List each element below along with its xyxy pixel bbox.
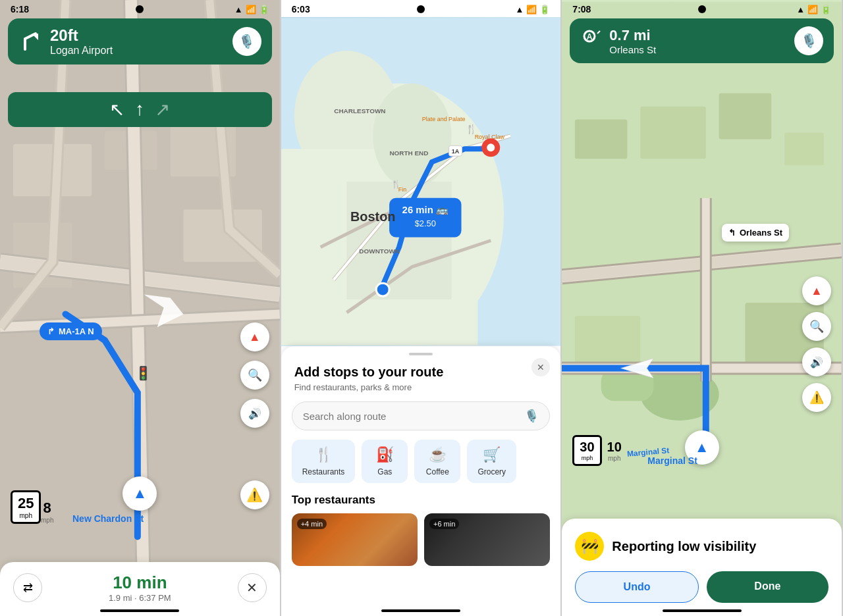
chip-grocery[interactable]: 🛒 Grocery [467, 440, 516, 483]
status-bar-3: 7:08 ▲ 📶 🔋 [562, 0, 842, 17]
restaurants-icon: 🍴 [315, 446, 333, 463]
route-badge-1: ↱ MA-1A N [40, 322, 102, 340]
speed-value-1: 8 [43, 500, 51, 517]
sheet-handle [409, 353, 433, 355]
search-button-map-1[interactable]: 🔍 [240, 361, 269, 390]
street-callout: ↰ Orleans St [722, 224, 789, 242]
svg-text:1A: 1A [452, 148, 460, 155]
mic-button-3[interactable]: 🎙️ [794, 26, 823, 55]
speed-value-3: 10 [607, 440, 622, 455]
cancel-navigation-button[interactable]: ✕ [238, 573, 267, 602]
nav-header-3: A 0.7 mi Orleans St 🎙️ [570, 18, 834, 63]
lane-arrow-left: ↖ [109, 99, 124, 120]
sheet-subtitle: Find restaurants, parks & more [281, 380, 561, 401]
chip-restaurants[interactable]: 🍴 Restaurants [292, 440, 356, 483]
sound-button-1[interactable]: 🔊 [240, 399, 269, 428]
search-button-3[interactable]: 🔍 [802, 312, 831, 341]
speed-limit-number-3: 30 [580, 440, 594, 455]
svg-rect-35 [784, 132, 824, 165]
lane-arrow-straight: ↑ [135, 99, 144, 120]
alert-button-3[interactable]: ⚠️ [802, 383, 831, 412]
nav-left-1: 20ft Logan Airport [18, 26, 113, 57]
grocery-icon: 🛒 [483, 446, 501, 463]
nav-street-3: Orleans St [609, 44, 656, 55]
signal-icon-1: ▲ [234, 5, 243, 14]
done-button[interactable]: Done [707, 571, 829, 603]
svg-point-14 [376, 283, 389, 296]
chip-label-coffee: Coffee [426, 467, 449, 476]
battery-icon-2: 🔋 [539, 5, 550, 14]
turn-arrow-icon-1 [18, 30, 42, 53]
sheet-title: Add stops to your route [281, 365, 561, 380]
camera-dot-2 [417, 5, 425, 13]
home-indicator-3 [663, 609, 742, 612]
bottom-sheet-2: ✕ Add stops to your route Find restauran… [281, 346, 561, 616]
svg-text:Plate and Palate: Plate and Palate [422, 116, 466, 123]
status-icons-2: ▲ 📶 🔋 [515, 5, 550, 14]
report-text: Reporting low visibility [612, 539, 756, 554]
speed-limit-number-1: 25 [18, 495, 34, 512]
eta-time: 10 min [109, 573, 171, 593]
svg-text:CHARLESTOWN: CHARLESTOWN [334, 107, 385, 115]
lane-guidance-1: ↖ ↑ ↗ [8, 92, 272, 127]
location-arrow-1[interactable]: ▲ [122, 476, 157, 511]
camera-dot-3 [698, 5, 706, 13]
route-label: MA-1A N [59, 326, 94, 336]
svg-text:$2.50: $2.50 [414, 218, 435, 228]
compass-button-3[interactable]: ▲ [802, 276, 831, 305]
svg-rect-33 [641, 107, 706, 159]
battery-icon-1: 🔋 [259, 5, 269, 14]
home-indicator-1 [100, 609, 179, 612]
phone-3: Marginal St 7:08 ▲ 📶 🔋 A 0.7 mi Orleans … [562, 0, 843, 616]
svg-rect-34 [719, 93, 772, 140]
svg-text:Fin: Fin [398, 186, 406, 193]
alt-routes-button[interactable]: ⇄ [13, 573, 42, 602]
sound-button-3[interactable]: 🔊 [802, 347, 831, 376]
svg-point-16 [487, 143, 495, 151]
compass-button-1[interactable]: ▲ [240, 322, 269, 351]
svg-text:A: A [587, 32, 593, 41]
signal-icon-3: ▲ [796, 5, 805, 14]
speed-limit-unit-3: mph [582, 455, 593, 461]
side-buttons-3: ▲ 🔍 🔊 ⚠️ [802, 276, 831, 412]
speed-limit-sign-1: 25 mph [11, 490, 41, 524]
svg-text:NORTH END: NORTH END [389, 149, 428, 157]
svg-text:DOWNTOWN: DOWNTOWN [359, 247, 400, 255]
svg-marker-7 [32, 34, 38, 40]
report-icon: 🚧 [575, 532, 604, 561]
wifi-icon-3: 📶 [807, 5, 818, 14]
chip-coffee[interactable]: ☕ Coffee [414, 440, 460, 483]
search-bar-sheet[interactable]: 🎙️ [292, 401, 551, 430]
search-along-route-input[interactable] [303, 411, 525, 422]
phone-1: 6:18 ▲ 📶 🔋 20ft Logan Airport 🎙️ ↖ ↑ [0, 0, 281, 616]
bottom-street-name-1: New Chardon St [72, 513, 144, 524]
svg-rect-36 [575, 316, 640, 369]
phone-2: 6:03 ▲ 📶 🔋 [281, 0, 562, 616]
time-badge-2: +6 min [429, 519, 459, 529]
chip-gas[interactable]: ⛽ Gas [362, 440, 408, 483]
nav-info-1: 20ft Logan Airport [50, 26, 113, 57]
boston-map-svg: 🍴 🍴 26 min 🚌 $2.50 CHARLESTOWN NORTH END… [281, 17, 561, 346]
search-mic-icon[interactable]: 🎙️ [524, 409, 539, 423]
time-2: 6:03 [292, 4, 310, 14]
restaurant-card-2[interactable]: +6 min [424, 513, 550, 566]
time-1: 6:18 [11, 4, 29, 14]
battery-icon-3: 🔋 [821, 5, 831, 14]
destination-icon: A [580, 28, 601, 53]
category-chips: 🍴 Restaurants ⛽ Gas ☕ Coffee 🛒 Grocery [281, 440, 561, 494]
camera-dot-1 [136, 5, 144, 13]
current-speed-display-1: 8 mph [41, 500, 53, 524]
mic-button-1[interactable]: 🎙️ [232, 27, 261, 56]
chip-label-grocery: Grocery [477, 467, 506, 476]
alert-button-1[interactable]: ⚠️ [240, 480, 269, 509]
svg-text:26 min 🚌: 26 min 🚌 [402, 204, 448, 216]
status-icons-1: ▲ 📶 🔋 [234, 5, 269, 14]
undo-button[interactable]: Undo [575, 571, 698, 603]
restaurant-card-1[interactable]: +4 min [292, 513, 418, 566]
status-icons-3: ▲ 📶 🔋 [796, 5, 831, 14]
home-indicator-2 [381, 609, 460, 612]
chip-label-restaurants: Restaurants [302, 467, 345, 476]
svg-rect-32 [575, 120, 628, 159]
nav-info-3: 0.7 mi Orleans St [609, 27, 656, 55]
speed-unit-1: mph [41, 517, 53, 524]
